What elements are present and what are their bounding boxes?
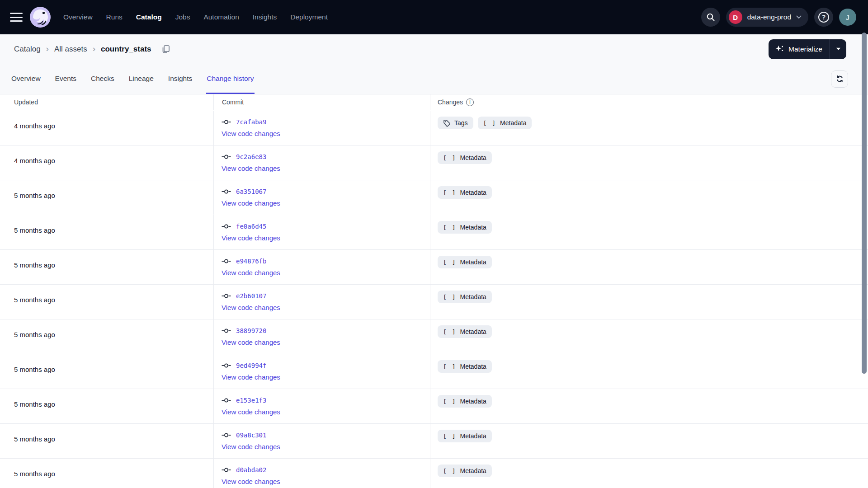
view-code-changes-link[interactable]: View code changes xyxy=(222,478,280,485)
hamburger-menu-icon[interactable] xyxy=(10,13,23,22)
metadata-change-badge: [ ]Metadata xyxy=(438,360,492,373)
table-row: 5 months agoe94876fbView code changes[ ]… xyxy=(0,249,868,284)
breadcrumb-catalog[interactable]: Catalog xyxy=(14,45,41,54)
row-updated-time: 5 months ago xyxy=(0,459,213,488)
view-code-changes-link[interactable]: View code changes xyxy=(222,443,280,450)
tab-overview[interactable]: Overview xyxy=(11,64,41,94)
row-changes-cell: Tags[ ]Metadata xyxy=(430,111,868,145)
row-updated-time: 5 months ago xyxy=(0,389,213,423)
badge-label: Metadata xyxy=(460,363,486,370)
commit-icon xyxy=(222,467,231,473)
row-updated-time: 5 months ago xyxy=(0,319,213,354)
brackets-icon: [ ] xyxy=(443,294,456,300)
row-changes-cell: [ ]Metadata xyxy=(430,424,868,458)
table-body: 4 months ago7cafaba9View code changesTag… xyxy=(0,110,868,488)
materialize-button[interactable]: Materialize xyxy=(769,39,830,59)
nav-item-deployment[interactable]: Deployment xyxy=(290,13,328,21)
nav-item-jobs[interactable]: Jobs xyxy=(175,13,190,21)
row-commit-cell: 7cafaba9View code changes xyxy=(213,111,430,145)
search-icon xyxy=(706,13,715,22)
breadcrumb-all-assets[interactable]: All assets xyxy=(54,45,87,54)
table-row: 5 months agoe153e1f3View code changes[ ]… xyxy=(0,389,868,423)
brackets-icon: [ ] xyxy=(443,363,456,370)
dagster-logo-icon[interactable] xyxy=(30,7,51,28)
tab-change-history[interactable]: Change history xyxy=(206,64,254,94)
commit-hash-link[interactable]: d0abda02 xyxy=(236,466,266,474)
tag-icon xyxy=(443,119,451,127)
copy-icon xyxy=(161,45,170,53)
tab-checks[interactable]: Checks xyxy=(90,64,115,94)
metadata-change-badge: [ ]Metadata xyxy=(438,186,492,199)
table-row: 5 months agoe2b60107View code changes[ ]… xyxy=(0,284,868,319)
commit-hash-link[interactable]: 38899720 xyxy=(236,327,266,334)
view-code-changes-link[interactable]: View code changes xyxy=(222,234,280,242)
commit-icon xyxy=(222,293,231,299)
table-row: 5 months agofe8a6d45View code changes[ ]… xyxy=(0,215,868,249)
nav-item-automation[interactable]: Automation xyxy=(203,13,239,21)
nav-item-overview[interactable]: Overview xyxy=(63,13,93,21)
commit-icon xyxy=(222,328,231,334)
metadata-change-badge: [ ]Metadata xyxy=(438,221,492,234)
view-code-changes-link[interactable]: View code changes xyxy=(222,269,280,277)
commit-icon xyxy=(222,223,231,230)
tab-lineage[interactable]: Lineage xyxy=(128,64,154,94)
vertical-scrollbar-thumb[interactable] xyxy=(862,33,867,374)
commit-icon xyxy=(222,432,231,438)
table-row: 5 months agod0abda02View code changes[ ]… xyxy=(0,458,868,488)
view-code-changes-link[interactable]: View code changes xyxy=(222,408,280,416)
row-commit-cell: e153e1f3View code changes xyxy=(213,389,430,423)
nav-item-runs[interactable]: Runs xyxy=(106,13,123,21)
breadcrumb-separator-icon: › xyxy=(93,44,95,53)
view-code-changes-link[interactable]: View code changes xyxy=(222,130,280,137)
commit-hash-link[interactable]: 9ed4994f xyxy=(236,362,266,369)
primary-nav: Overview Runs Catalog Jobs Automation In… xyxy=(63,13,328,21)
user-avatar[interactable]: J xyxy=(839,9,856,26)
badge-label: Metadata xyxy=(460,258,486,266)
nav-item-catalog[interactable]: Catalog xyxy=(136,13,162,21)
badge-label: Metadata xyxy=(460,328,486,335)
badge-label: Tags xyxy=(454,119,468,127)
copy-asset-name-button[interactable] xyxy=(161,45,170,53)
commit-hash-link[interactable]: e2b60107 xyxy=(236,292,266,300)
commit-icon xyxy=(222,154,231,160)
row-changes-cell: [ ]Metadata xyxy=(430,389,868,423)
commit-hash-link[interactable]: 9c2a6e83 xyxy=(236,153,266,160)
view-code-changes-link[interactable]: View code changes xyxy=(222,304,280,311)
view-code-changes-link[interactable]: View code changes xyxy=(222,338,280,346)
tab-events[interactable]: Events xyxy=(55,64,77,94)
asset-tabs-bar: Overview Events Checks Lineage Insights … xyxy=(0,64,868,94)
tags-change-badge: Tags xyxy=(438,117,473,129)
brackets-icon: [ ] xyxy=(443,328,456,335)
metadata-change-badge: [ ]Metadata xyxy=(478,117,532,129)
commit-hash-link[interactable]: e153e1f3 xyxy=(236,397,266,404)
materialize-dropdown-button[interactable] xyxy=(830,39,846,59)
row-updated-time: 5 months ago xyxy=(0,215,213,249)
asset-name: country_stats xyxy=(101,45,151,54)
page-header: Catalog › All assets › country_stats Mat… xyxy=(0,34,868,64)
search-button[interactable] xyxy=(701,8,720,27)
commit-hash-link[interactable]: 7cafaba9 xyxy=(236,118,266,126)
metadata-change-badge: [ ]Metadata xyxy=(438,465,492,477)
help-icon: ? xyxy=(818,12,829,23)
table-row: 4 months ago7cafaba9View code changesTag… xyxy=(0,110,868,145)
commit-hash-link[interactable]: fe8a6d45 xyxy=(236,223,266,230)
info-icon[interactable]: i xyxy=(466,99,474,106)
column-header-updated: Updated xyxy=(0,94,213,110)
tab-insights[interactable]: Insights xyxy=(168,64,193,94)
workspace-switcher[interactable]: D data-eng-prod xyxy=(726,8,808,27)
refresh-button[interactable] xyxy=(831,70,848,88)
metadata-change-badge: [ ]Metadata xyxy=(438,325,492,338)
commit-hash-link[interactable]: 09a8c301 xyxy=(236,432,266,439)
materialize-split-button: Materialize xyxy=(769,39,846,59)
view-code-changes-link[interactable]: View code changes xyxy=(222,199,280,207)
view-code-changes-link[interactable]: View code changes xyxy=(222,373,280,381)
commit-hash-link[interactable]: 6a351067 xyxy=(236,188,266,195)
view-code-changes-link[interactable]: View code changes xyxy=(222,164,280,172)
row-changes-cell: [ ]Metadata xyxy=(430,215,868,249)
help-button[interactable]: ? xyxy=(814,8,833,27)
workspace-badge: D xyxy=(729,10,742,24)
badge-label: Metadata xyxy=(460,293,486,300)
nav-item-insights[interactable]: Insights xyxy=(253,13,277,21)
commit-hash-link[interactable]: e94876fb xyxy=(236,258,266,265)
row-updated-time: 5 months ago xyxy=(0,180,213,215)
